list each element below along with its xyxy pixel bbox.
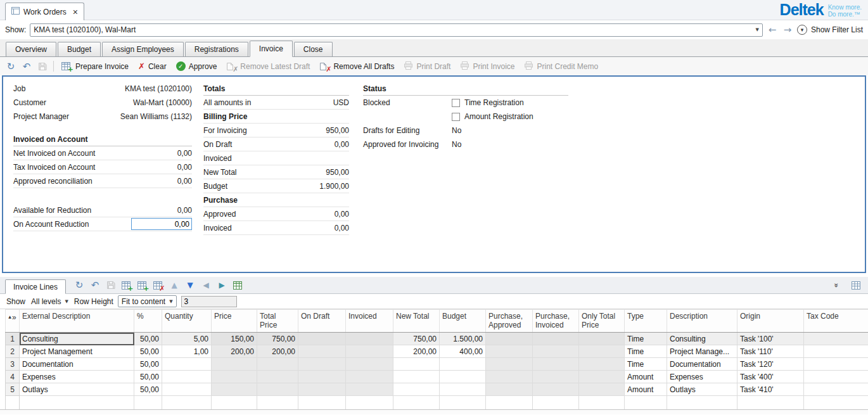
cell[interactable] bbox=[440, 371, 486, 383]
lines-save-icon[interactable] bbox=[104, 278, 118, 292]
back-icon[interactable]: ← bbox=[767, 24, 778, 35]
tab-assign-employees[interactable]: Assign Employees bbox=[102, 42, 184, 56]
cell[interactable]: 750,00 bbox=[257, 333, 298, 345]
cell[interactable] bbox=[212, 371, 257, 383]
cell[interactable]: 200,00 bbox=[257, 345, 298, 358]
tab-overview[interactable]: Overview bbox=[6, 42, 56, 56]
tab-invoice[interactable]: Invoice bbox=[250, 41, 293, 57]
table-row[interactable]: 4 Expenses 50,00 Amount Expenses Task '4… bbox=[6, 371, 868, 383]
cell[interactable] bbox=[298, 371, 346, 383]
cell[interactable] bbox=[212, 358, 257, 371]
show-selector[interactable]: KMA test (1020100), Wal-Mart ▼ bbox=[30, 23, 763, 37]
filter-list-chevron-icon[interactable]: ▾ bbox=[797, 25, 807, 35]
lines-undo-icon[interactable]: ↶ bbox=[88, 278, 102, 292]
col-invoiced[interactable]: Invoiced bbox=[346, 310, 393, 333]
row-number[interactable]: 4 bbox=[6, 371, 20, 383]
cell[interactable] bbox=[486, 371, 533, 383]
collapse-panel-icon[interactable]: » bbox=[829, 278, 843, 292]
cell[interactable] bbox=[346, 371, 393, 383]
table-layout-icon[interactable] bbox=[231, 278, 245, 292]
col-quantity[interactable]: Quantity bbox=[162, 310, 212, 333]
cell[interactable] bbox=[393, 358, 440, 371]
cell[interactable] bbox=[533, 358, 579, 371]
approve-button[interactable]: ✓ Approve bbox=[172, 59, 221, 74]
cell[interactable]: Documentation bbox=[20, 358, 134, 371]
forward-icon[interactable]: → bbox=[782, 24, 793, 35]
cell[interactable]: Task '110' bbox=[737, 345, 804, 358]
time-registration-checkbox[interactable] bbox=[452, 99, 460, 107]
cell[interactable] bbox=[533, 333, 579, 345]
cell[interactable] bbox=[346, 383, 393, 396]
move-line-up-icon[interactable]: ▲ bbox=[167, 278, 181, 292]
col-on-draft[interactable]: On Draft bbox=[298, 310, 346, 333]
col-origin[interactable]: Origin bbox=[737, 310, 804, 333]
cell[interactable] bbox=[579, 333, 625, 345]
col-tax-code[interactable]: Tax Code bbox=[804, 310, 868, 333]
cell[interactable]: Outlays bbox=[667, 383, 737, 396]
cell[interactable]: 750,00 bbox=[393, 333, 440, 345]
cell[interactable] bbox=[440, 383, 486, 396]
cell[interactable]: 200,00 bbox=[212, 345, 257, 358]
cell[interactable] bbox=[257, 371, 298, 383]
cell[interactable]: 50,00 bbox=[134, 371, 162, 383]
cell[interactable]: 1,00 bbox=[162, 345, 212, 358]
cell[interactable] bbox=[579, 371, 625, 383]
grid-settings-icon[interactable] bbox=[849, 278, 863, 292]
insert-sub-line-icon[interactable]: + bbox=[136, 278, 150, 292]
cell[interactable]: Project Manage... bbox=[667, 345, 737, 358]
cell[interactable]: Outlays bbox=[20, 383, 134, 396]
cell[interactable]: Expenses bbox=[667, 371, 737, 383]
show-filter-list-button[interactable]: Show Filter List bbox=[811, 25, 863, 34]
cell[interactable]: Documentation bbox=[667, 358, 737, 371]
cell[interactable]: Task '100' bbox=[737, 333, 804, 345]
col-external-description[interactable]: External Description bbox=[20, 310, 134, 333]
add-line-icon[interactable]: + bbox=[120, 278, 134, 292]
cell[interactable] bbox=[298, 383, 346, 396]
cell[interactable] bbox=[579, 345, 625, 358]
print-draft-button[interactable]: Print Draft bbox=[400, 59, 454, 74]
cell[interactable]: Time bbox=[625, 345, 667, 358]
remove-all-drafts-button[interactable]: ✗ Remove All Drafts bbox=[316, 59, 398, 74]
cell[interactable] bbox=[393, 383, 440, 396]
cell[interactable] bbox=[393, 371, 440, 383]
outdent-line-icon[interactable]: ◀ bbox=[199, 278, 213, 292]
cell[interactable]: 1.500,00 bbox=[440, 333, 486, 345]
col-description[interactable]: Description bbox=[667, 310, 737, 333]
cell[interactable]: 400,00 bbox=[440, 345, 486, 358]
row-number[interactable]: 3 bbox=[6, 358, 20, 371]
cell[interactable] bbox=[346, 358, 393, 371]
cell[interactable] bbox=[533, 345, 579, 358]
cell[interactable] bbox=[346, 333, 393, 345]
table-row[interactable]: 5 Outlays 50,00 Amount Outlays Task '410… bbox=[6, 383, 868, 396]
cell[interactable] bbox=[440, 358, 486, 371]
col-purchase-approved[interactable]: Purchase, Approved bbox=[486, 310, 533, 333]
cell[interactable]: Amount bbox=[625, 371, 667, 383]
grid-corner[interactable]: ▲» bbox=[6, 310, 20, 333]
cell[interactable] bbox=[486, 358, 533, 371]
cell[interactable] bbox=[346, 345, 393, 358]
lines-refresh-icon[interactable]: ↻ bbox=[72, 278, 86, 292]
table-row[interactable]: 3 Documentation 50,00 Time Documentation… bbox=[6, 358, 868, 371]
cell[interactable] bbox=[298, 345, 346, 358]
cell[interactable] bbox=[804, 371, 868, 383]
col-percent[interactable]: % bbox=[134, 310, 162, 333]
row-number[interactable]: 2 bbox=[6, 345, 20, 358]
cell[interactable] bbox=[162, 371, 212, 383]
cell[interactable] bbox=[486, 345, 533, 358]
prepare-invoice-button[interactable]: + Prepare Invoice bbox=[58, 59, 132, 74]
cell[interactable]: 200,00 bbox=[393, 345, 440, 358]
levels-selector[interactable]: All levels ▼ bbox=[30, 295, 70, 308]
cell[interactable]: 50,00 bbox=[134, 345, 162, 358]
cell[interactable] bbox=[804, 333, 868, 345]
clear-button[interactable]: ✗ Clear bbox=[134, 59, 170, 74]
on-account-reduction-input[interactable] bbox=[131, 218, 192, 230]
cell[interactable] bbox=[804, 345, 868, 358]
tab-registrations[interactable]: Registrations bbox=[185, 42, 248, 56]
cell[interactable] bbox=[533, 383, 579, 396]
close-icon[interactable]: × bbox=[73, 8, 78, 16]
col-price[interactable]: Price bbox=[212, 310, 257, 333]
cell[interactable] bbox=[533, 371, 579, 383]
cell[interactable]: 50,00 bbox=[134, 333, 162, 345]
col-budget[interactable]: Budget bbox=[440, 310, 486, 333]
col-new-total[interactable]: New Total bbox=[393, 310, 440, 333]
